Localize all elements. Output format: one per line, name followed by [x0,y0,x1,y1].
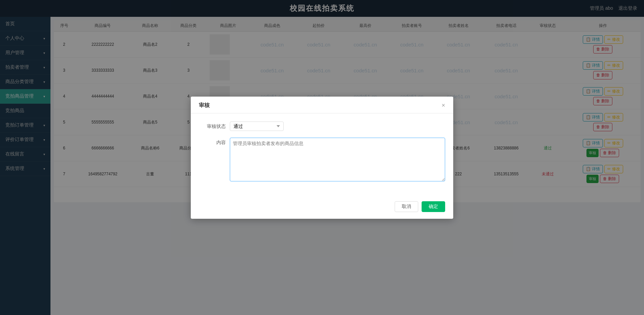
form-row-content: 内容 [199,138,445,182]
form-row-status: 审核状态 通过 不通过 [199,121,445,131]
dialog-footer: 取消 确定 [191,197,453,219]
content-control [230,138,445,182]
dialog-header: 审核 × [191,97,453,113]
modal-overlay[interactable]: 审核 × 审核状态 通过 不通过 内容 取消 确定 [0,0,644,315]
status-label: 审核状态 [199,121,226,130]
dialog-body: 审核状态 通过 不通过 内容 [191,113,453,197]
content-textarea[interactable] [230,138,445,181]
status-select[interactable]: 通过 不通过 [230,121,284,131]
status-control: 通过 不通过 [230,121,445,131]
confirm-button[interactable]: 确定 [422,201,445,212]
dialog-title: 审核 [199,102,210,109]
cancel-button[interactable]: 取消 [395,201,418,212]
content-label: 内容 [199,138,226,146]
close-icon[interactable]: × [441,102,445,109]
audit-dialog: 审核 × 审核状态 通过 不通过 内容 取消 确定 [191,97,453,219]
